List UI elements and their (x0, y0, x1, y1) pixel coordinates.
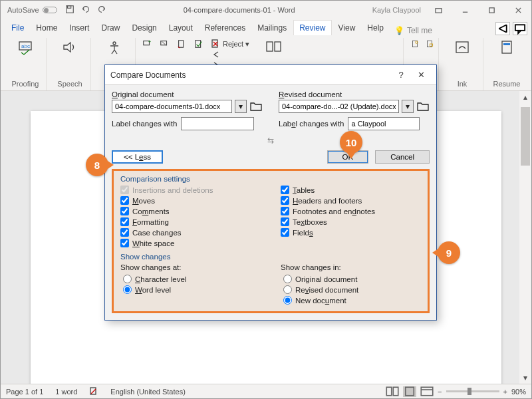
radio-character-level[interactable]: Character level (123, 275, 261, 283)
close-icon[interactable] (505, 1, 531, 19)
read-mode-icon[interactable] (386, 386, 399, 397)
tab-help[interactable]: Help (362, 21, 389, 35)
print-layout-icon[interactable] (403, 386, 416, 397)
folder-icon[interactable] (249, 100, 263, 112)
chk-white-space[interactable]: White space (120, 239, 261, 247)
show-changes-at-label: Show changes at: (120, 263, 261, 271)
chk-moves[interactable]: Moves (120, 196, 261, 205)
revised-document-dropdown[interactable]: ▾ (402, 100, 414, 113)
radio-word-level[interactable]: Word level (123, 285, 261, 294)
accessibility-button[interactable] (98, 39, 131, 55)
svg-point-10 (113, 42, 116, 45)
chk-formatting[interactable]: Formatting (120, 217, 261, 226)
tab-view[interactable]: View (333, 21, 361, 35)
share-button[interactable] (495, 22, 510, 35)
delete-comment-button[interactable] (160, 39, 169, 49)
resume-assistant-button[interactable] (490, 39, 523, 55)
new-comment-button[interactable]: + (142, 39, 152, 49)
svg-rect-28 (503, 43, 510, 45)
zoom-in-icon[interactable]: + (503, 388, 507, 396)
redo-icon[interactable] (97, 5, 106, 15)
chk-fields[interactable]: Fields (281, 228, 421, 237)
comparison-settings-panel: Comparison settings Insertions and delet… (112, 169, 430, 313)
hide-ink-button[interactable] (446, 39, 479, 55)
tab-insert[interactable]: Insert (64, 21, 94, 35)
accept-button[interactable] (194, 39, 203, 49)
tell-me[interactable]: 💡 Tell me (394, 26, 432, 35)
tab-home[interactable]: Home (31, 21, 63, 35)
zoom-slider[interactable] (446, 390, 499, 392)
save-icon[interactable] (65, 5, 74, 15)
radio-new-document[interactable]: New document (283, 296, 421, 305)
spelling-button[interactable]: abc (9, 39, 42, 55)
undo-icon[interactable] (81, 5, 90, 15)
scroll-down-icon[interactable]: ▾ (521, 373, 530, 382)
tab-file[interactable]: File (6, 21, 29, 35)
restrict-editing-button[interactable] (425, 39, 434, 49)
compare-button[interactable] (257, 39, 291, 55)
language[interactable]: English (United States) (110, 388, 186, 396)
tab-mailings[interactable]: Mailings (252, 21, 292, 35)
cancel-button[interactable]: Cancel (375, 150, 430, 164)
dialog-close-icon[interactable]: ✕ (411, 70, 431, 80)
scroll-up-icon[interactable]: ▴ (521, 92, 530, 102)
dialog-help-icon[interactable]: ? (391, 70, 411, 80)
chk-case-changes[interactable]: Case changes (120, 228, 261, 237)
callout-8: 8 (86, 154, 108, 176)
ribbon-display-icon[interactable] (425, 1, 452, 19)
reject-button[interactable]: Reject ▾ (211, 39, 249, 49)
original-document-label: Original document (112, 90, 263, 98)
original-document-input[interactable] (112, 100, 232, 113)
group-label: Proofing (9, 80, 42, 89)
dialog-titlebar[interactable]: Compare Documents ? ✕ (105, 65, 436, 85)
zoom-level[interactable]: 90% (511, 388, 526, 396)
block-authors-button[interactable] (410, 39, 420, 49)
svg-rect-31 (386, 387, 392, 396)
proofing-errors-icon[interactable] (89, 386, 98, 397)
tab-design[interactable]: Design (126, 21, 162, 35)
show-changes-in-label: Show changes in: (281, 263, 421, 271)
autosave-toggle[interactable]: AutoSave (7, 6, 57, 14)
track-changes-button[interactable] (177, 39, 186, 49)
toggle-off-icon (43, 7, 57, 13)
tab-review[interactable]: Review (293, 20, 331, 35)
label-changes-label: Label changes with (279, 120, 344, 128)
svg-rect-33 (406, 387, 414, 396)
folder-icon[interactable] (416, 100, 430, 112)
svg-rect-32 (393, 387, 398, 396)
tab-layout[interactable]: Layout (164, 21, 198, 35)
chk-tables[interactable]: Tables (281, 186, 421, 194)
revised-document-input[interactable] (279, 100, 399, 113)
tab-draw[interactable]: Draw (96, 21, 125, 35)
revised-document-label: Revised document (279, 90, 430, 98)
chk-comments[interactable]: Comments (120, 207, 261, 215)
svg-rect-15 (179, 41, 184, 48)
radio-revised-document[interactable]: Revised document (283, 285, 421, 294)
window-title: 04-compare-documents-01 - Word (106, 6, 372, 14)
revised-author-input[interactable] (348, 117, 420, 130)
chk-footnotes-endnotes[interactable]: Footnotes and endnotes (281, 207, 421, 215)
callout-9: 9 (438, 241, 460, 264)
less-button[interactable]: << Less (112, 150, 163, 164)
svg-rect-21 (275, 42, 281, 51)
radio-original-document[interactable]: Original document (283, 275, 421, 283)
minimize-icon[interactable] (452, 1, 478, 19)
tab-references[interactable]: References (200, 21, 251, 35)
web-layout-icon[interactable] (420, 386, 434, 397)
original-document-dropdown[interactable]: ▾ (235, 100, 247, 113)
read-aloud-button[interactable] (53, 39, 86, 55)
scrollbar-thumb[interactable] (521, 107, 530, 166)
maximize-icon[interactable] (478, 1, 505, 19)
previous-button[interactable] (211, 50, 249, 59)
chk-textboxes[interactable]: Textboxes (281, 217, 421, 226)
original-author-input[interactable] (181, 117, 254, 130)
vertical-scrollbar[interactable]: ▴ ▾ (519, 91, 531, 384)
word-count[interactable]: 1 word (55, 388, 77, 396)
page-indicator[interactable]: Page 1 of 1 (6, 388, 43, 396)
zoom-out-icon[interactable]: − (438, 388, 442, 396)
swap-icon[interactable]: ⇆ (112, 136, 430, 145)
ribbon-tabs: File Home Insert Draw Design Layout Refe… (1, 19, 531, 35)
chk-headers-footers[interactable]: Headers and footers (281, 196, 421, 205)
dialog-title: Compare Documents (110, 70, 186, 80)
comments-button[interactable] (513, 22, 527, 35)
